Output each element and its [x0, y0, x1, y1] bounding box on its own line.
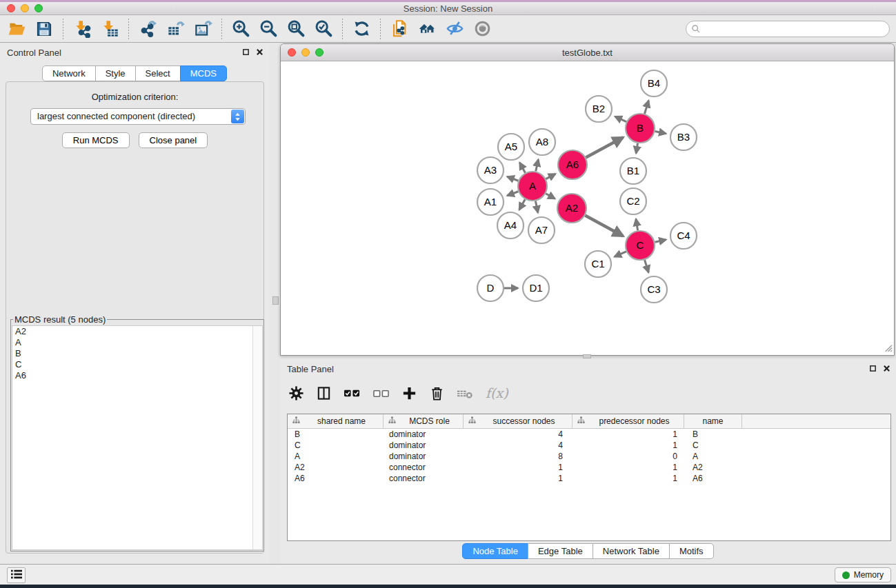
table-cell[interactable]: A — [288, 452, 384, 461]
table-cell[interactable]: 1 — [573, 474, 684, 483]
node-D1[interactable]: D1 — [523, 275, 549, 301]
node-B3[interactable]: B3 — [670, 124, 697, 150]
edge-B-B4[interactable] — [644, 101, 648, 114]
window-resize-grip[interactable] — [884, 343, 893, 354]
node-A8[interactable]: A8 — [529, 129, 555, 155]
tab-network[interactable]: Network — [42, 65, 96, 81]
column-header-predecessor-nodes[interactable]: predecessor nodes — [573, 414, 684, 428]
node-A5[interactable]: A5 — [498, 134, 524, 160]
column-settings-button[interactable] — [288, 385, 304, 401]
zoom-out-button[interactable] — [256, 17, 281, 41]
mcds-result-item[interactable]: A — [12, 337, 252, 348]
tab-select[interactable]: Select — [135, 65, 181, 81]
edge-A-A4[interactable] — [519, 199, 526, 210]
table-cell[interactable]: connector — [384, 463, 464, 472]
edge-A-A3[interactable] — [507, 176, 518, 181]
edge-C-C2[interactable] — [636, 219, 638, 231]
export-image-button[interactable] — [190, 17, 215, 41]
hide-graphics-details-button[interactable] — [442, 17, 467, 41]
network-from-document-button[interactable] — [387, 17, 412, 41]
close-panel-icon[interactable] — [256, 48, 263, 58]
table-cell[interactable]: 1 — [573, 440, 684, 450]
deselect-all-rows-button[interactable] — [372, 385, 390, 401]
split-panel-button[interactable] — [316, 385, 332, 401]
edge-A-A2[interactable] — [546, 194, 555, 199]
tab-style[interactable]: Style — [95, 65, 136, 81]
node-C3[interactable]: C3 — [641, 276, 667, 303]
edge-B-B2[interactable] — [615, 116, 627, 122]
edge-A-A7[interactable] — [535, 201, 537, 213]
memory-button[interactable]: Memory — [835, 567, 891, 582]
edge-A6-B[interactable] — [586, 137, 623, 157]
column-header-mcds-role[interactable]: MCDS role — [384, 414, 464, 428]
node-B2[interactable]: B2 — [586, 96, 612, 122]
table-cell[interactable]: A — [684, 452, 742, 461]
table-row[interactable]: Bdominator41B — [288, 429, 890, 440]
task-history-button[interactable] — [7, 567, 26, 583]
node-A1[interactable]: A1 — [477, 189, 504, 215]
table-cell[interactable]: connector — [384, 474, 464, 483]
mcds-result-item[interactable]: B — [12, 348, 252, 359]
edge-A-A8[interactable] — [536, 159, 539, 171]
optimization-criterion-dropdown[interactable]: largest connected component (directed) — [30, 108, 246, 125]
table-row[interactable]: Cdominator41C — [288, 440, 890, 451]
search-input[interactable] — [686, 21, 890, 37]
table-cell[interactable]: 1 — [464, 474, 573, 483]
table-cell[interactable]: B — [288, 429, 384, 439]
float-table-panel-icon[interactable] — [869, 364, 877, 374]
node-B1[interactable]: B1 — [620, 158, 646, 184]
run-mcds-button[interactable]: Run MCDS — [62, 132, 130, 148]
node-C2[interactable]: C2 — [620, 188, 646, 214]
table-cell[interactable]: 1 — [464, 463, 573, 472]
mcds-result-item[interactable]: A6 — [12, 370, 252, 381]
mcds-result-item[interactable]: A2 — [12, 326, 252, 337]
node-A6[interactable]: A6 — [558, 150, 587, 179]
export-table-button[interactable] — [163, 17, 188, 41]
column-header-name[interactable]: name — [684, 414, 742, 428]
node-A2[interactable]: A2 — [557, 194, 586, 223]
edge-A2-C[interactable] — [585, 216, 623, 236]
table-cell[interactable]: 0 — [573, 452, 684, 461]
table-cell[interactable]: 4 — [464, 440, 573, 450]
import-network-button[interactable] — [70, 17, 94, 41]
result-list-scrollbar[interactable] — [252, 326, 262, 549]
node-D[interactable]: D — [477, 275, 504, 301]
table-tab-edge-table[interactable]: Edge Table — [528, 543, 593, 559]
refresh-button[interactable] — [349, 17, 374, 41]
node-C4[interactable]: C4 — [670, 223, 697, 249]
edge-C-C1[interactable] — [615, 252, 626, 257]
table-tab-motifs[interactable]: Motifs — [669, 543, 714, 559]
add-column-button[interactable] — [401, 385, 417, 401]
delete-column-button[interactable] — [429, 385, 445, 401]
show-graphics-details-button[interactable] — [470, 17, 495, 41]
horizontal-splitter-handle[interactable] — [583, 354, 591, 358]
session-save-button[interactable] — [32, 17, 57, 41]
table-row[interactable]: A6connector11A6 — [288, 473, 890, 484]
tab-mcds[interactable]: MCDS — [180, 65, 227, 81]
session-open-button[interactable] — [4, 17, 29, 41]
table-tab-node-table[interactable]: Node Table — [462, 543, 528, 559]
table-cell[interactable]: 4 — [464, 429, 573, 439]
table-row[interactable]: A2connector11A2 — [288, 462, 890, 473]
close-panel-button[interactable]: Close panel — [139, 132, 208, 148]
zoom-in-button[interactable] — [228, 17, 253, 41]
table-cell[interactable]: 8 — [464, 452, 573, 461]
table-tab-network-table[interactable]: Network Table — [593, 543, 670, 559]
zoom-selected-region-button[interactable] — [311, 17, 336, 41]
table-cell[interactable]: C — [684, 440, 742, 450]
table-cell[interactable]: 1 — [573, 463, 684, 472]
mcds-result-item[interactable]: C — [12, 359, 252, 370]
table-cell[interactable]: 1 — [573, 429, 684, 439]
table-cell[interactable]: A6 — [684, 474, 742, 483]
table-row[interactable]: Adominator80A — [288, 451, 890, 462]
select-all-rows-button[interactable] — [344, 385, 361, 401]
table-cell[interactable]: B — [684, 429, 742, 439]
column-header-successor-nodes[interactable]: successor nodes — [464, 414, 573, 428]
column-header-shared-name[interactable]: shared name — [288, 414, 384, 428]
zoom-fit-content-button[interactable] — [283, 17, 308, 41]
table-cell[interactable]: dominator — [384, 440, 464, 450]
table-cell[interactable]: A2 — [288, 463, 384, 472]
table-cell[interactable]: C — [288, 440, 384, 450]
node-C[interactable]: C — [626, 231, 655, 260]
edge-C-C4[interactable] — [655, 240, 666, 243]
